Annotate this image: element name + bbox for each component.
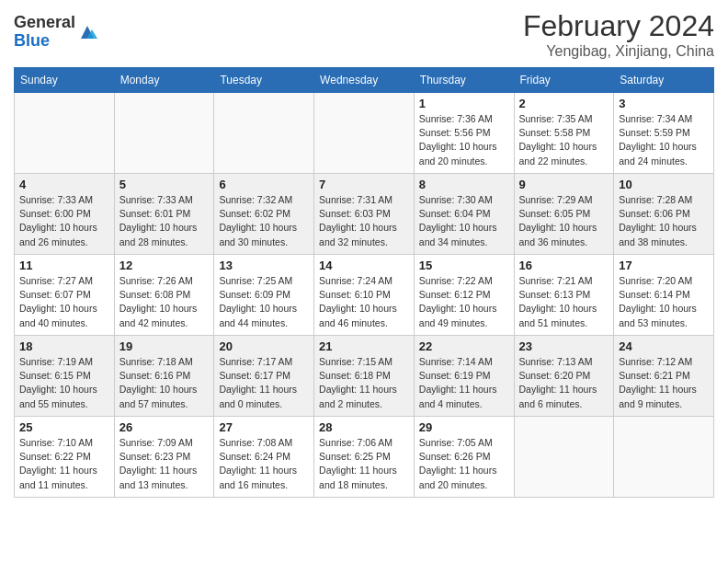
logo: General Blue: [14, 14, 97, 51]
calendar-header: SundayMondayTuesdayWednesdayThursdayFrid…: [15, 68, 714, 93]
week-row-1: 1Sunrise: 7:36 AMSunset: 5:56 PMDaylight…: [15, 93, 714, 174]
day-info: Sunrise: 7:33 AMSunset: 6:00 PMDaylight:…: [19, 193, 109, 249]
header-day-wednesday: Wednesday: [314, 68, 415, 93]
calendar-cell: 2Sunrise: 7:35 AMSunset: 5:58 PMDaylight…: [514, 93, 614, 174]
day-info: Sunrise: 7:12 AMSunset: 6:21 PMDaylight:…: [619, 355, 709, 411]
calendar-cell: 12Sunrise: 7:26 AMSunset: 6:08 PMDayligh…: [114, 255, 214, 336]
calendar-cell: 16Sunrise: 7:21 AMSunset: 6:13 PMDayligh…: [514, 255, 614, 336]
day-info: Sunrise: 7:18 AMSunset: 6:16 PMDaylight:…: [119, 355, 210, 411]
day-info: Sunrise: 7:33 AMSunset: 6:01 PMDaylight:…: [119, 193, 210, 249]
location: Yengibag, Xinjiang, China: [523, 43, 714, 60]
calendar-cell: 5Sunrise: 7:33 AMSunset: 6:01 PMDaylight…: [114, 174, 214, 255]
day-info: Sunrise: 7:24 AMSunset: 6:10 PMDaylight:…: [319, 274, 409, 330]
day-number: 18: [19, 339, 109, 353]
day-info: Sunrise: 7:28 AMSunset: 6:06 PMDaylight:…: [619, 193, 709, 249]
calendar-cell: 10Sunrise: 7:28 AMSunset: 6:06 PMDayligh…: [614, 174, 714, 255]
day-number: 14: [319, 259, 409, 272]
day-info: Sunrise: 7:15 AMSunset: 6:18 PMDaylight:…: [319, 355, 409, 411]
calendar-cell: 22Sunrise: 7:14 AMSunset: 6:19 PMDayligh…: [414, 336, 514, 417]
header-day-thursday: Thursday: [414, 68, 514, 93]
header-day-sunday: Sunday: [15, 68, 115, 93]
calendar-cell: 15Sunrise: 7:22 AMSunset: 6:12 PMDayligh…: [414, 255, 514, 336]
calendar-cell: 4Sunrise: 7:33 AMSunset: 6:00 PMDaylight…: [15, 174, 115, 255]
day-number: 6: [219, 178, 309, 191]
calendar-cell: 9Sunrise: 7:29 AMSunset: 6:05 PMDaylight…: [514, 174, 614, 255]
day-info: Sunrise: 7:21 AMSunset: 6:13 PMDaylight:…: [519, 274, 609, 330]
calendar-cell: 17Sunrise: 7:20 AMSunset: 6:14 PMDayligh…: [614, 255, 714, 336]
calendar-cell: [614, 417, 714, 498]
calendar-cell: 8Sunrise: 7:30 AMSunset: 6:04 PMDaylight…: [414, 174, 514, 255]
day-info: Sunrise: 7:32 AMSunset: 6:02 PMDaylight:…: [219, 193, 309, 249]
day-number: 20: [219, 339, 309, 353]
day-info: Sunrise: 7:31 AMSunset: 6:03 PMDaylight:…: [319, 193, 409, 249]
day-number: 24: [619, 339, 709, 353]
page-header: General Blue February 2024 Yengibag, Xin…: [14, 9, 714, 60]
day-info: Sunrise: 7:35 AMSunset: 5:58 PMDaylight:…: [519, 112, 609, 168]
day-info: Sunrise: 7:34 AMSunset: 5:59 PMDaylight:…: [619, 112, 709, 168]
day-number: 3: [619, 97, 709, 110]
day-number: 27: [219, 420, 309, 434]
logo-general: General: [14, 13, 75, 31]
calendar-cell: 1Sunrise: 7:36 AMSunset: 5:56 PMDaylight…: [414, 93, 514, 174]
day-number: 11: [19, 259, 109, 272]
logo-blue: Blue: [14, 31, 50, 50]
day-number: 19: [119, 339, 210, 353]
calendar-cell: [214, 93, 314, 174]
calendar-cell: 19Sunrise: 7:18 AMSunset: 6:16 PMDayligh…: [114, 336, 214, 417]
day-info: Sunrise: 7:13 AMSunset: 6:20 PMDaylight:…: [519, 355, 609, 411]
title-block: February 2024 Yengibag, Xinjiang, China: [523, 9, 714, 60]
day-info: Sunrise: 7:08 AMSunset: 6:24 PMDaylight:…: [219, 436, 309, 492]
header-day-tuesday: Tuesday: [214, 68, 314, 93]
day-number: 5: [119, 178, 210, 191]
day-number: 12: [119, 259, 210, 272]
day-info: Sunrise: 7:22 AMSunset: 6:12 PMDaylight:…: [419, 274, 509, 330]
calendar-cell: 14Sunrise: 7:24 AMSunset: 6:10 PMDayligh…: [314, 255, 415, 336]
day-number: 26: [119, 420, 210, 434]
day-number: 22: [419, 339, 509, 353]
calendar-cell: [514, 417, 614, 498]
day-number: 7: [319, 178, 409, 191]
header-day-saturday: Saturday: [614, 68, 714, 93]
day-number: 21: [319, 339, 409, 353]
header-day-friday: Friday: [514, 68, 614, 93]
day-number: 8: [419, 178, 509, 191]
day-info: Sunrise: 7:05 AMSunset: 6:26 PMDaylight:…: [419, 436, 509, 492]
day-info: Sunrise: 7:14 AMSunset: 6:19 PMDaylight:…: [419, 355, 509, 411]
logo-icon: [77, 22, 97, 42]
month-year: February 2024: [523, 9, 714, 43]
day-info: Sunrise: 7:19 AMSunset: 6:15 PMDaylight:…: [19, 355, 109, 411]
calendar-cell: 13Sunrise: 7:25 AMSunset: 6:09 PMDayligh…: [214, 255, 314, 336]
day-number: 23: [519, 339, 609, 353]
day-info: Sunrise: 7:25 AMSunset: 6:09 PMDaylight:…: [219, 274, 309, 330]
week-row-4: 18Sunrise: 7:19 AMSunset: 6:15 PMDayligh…: [15, 336, 714, 417]
day-number: 4: [19, 178, 109, 191]
calendar-cell: 11Sunrise: 7:27 AMSunset: 6:07 PMDayligh…: [15, 255, 115, 336]
calendar-cell: 26Sunrise: 7:09 AMSunset: 6:23 PMDayligh…: [114, 417, 214, 498]
day-number: 29: [419, 420, 509, 434]
calendar-body: 1Sunrise: 7:36 AMSunset: 5:56 PMDaylight…: [15, 93, 714, 498]
day-number: 1: [419, 97, 509, 110]
calendar-cell: 24Sunrise: 7:12 AMSunset: 6:21 PMDayligh…: [614, 336, 714, 417]
calendar-cell: 7Sunrise: 7:31 AMSunset: 6:03 PMDaylight…: [314, 174, 415, 255]
week-row-5: 25Sunrise: 7:10 AMSunset: 6:22 PMDayligh…: [15, 417, 714, 498]
calendar-cell: 25Sunrise: 7:10 AMSunset: 6:22 PMDayligh…: [15, 417, 115, 498]
calendar-cell: 23Sunrise: 7:13 AMSunset: 6:20 PMDayligh…: [514, 336, 614, 417]
day-info: Sunrise: 7:26 AMSunset: 6:08 PMDaylight:…: [119, 274, 210, 330]
day-info: Sunrise: 7:17 AMSunset: 6:17 PMDaylight:…: [219, 355, 309, 411]
calendar-cell: 21Sunrise: 7:15 AMSunset: 6:18 PMDayligh…: [314, 336, 415, 417]
day-info: Sunrise: 7:10 AMSunset: 6:22 PMDaylight:…: [19, 436, 109, 492]
day-number: 13: [219, 259, 309, 272]
header-day-monday: Monday: [114, 68, 214, 93]
day-number: 10: [619, 178, 709, 191]
day-number: 16: [519, 259, 609, 272]
calendar-cell: 3Sunrise: 7:34 AMSunset: 5:59 PMDaylight…: [614, 93, 714, 174]
day-number: 9: [519, 178, 609, 191]
day-number: 2: [519, 97, 609, 110]
calendar-table: SundayMondayTuesdayWednesdayThursdayFrid…: [14, 67, 714, 498]
day-number: 28: [319, 420, 409, 434]
day-info: Sunrise: 7:29 AMSunset: 6:05 PMDaylight:…: [519, 193, 609, 249]
day-number: 17: [619, 259, 709, 272]
day-info: Sunrise: 7:30 AMSunset: 6:04 PMDaylight:…: [419, 193, 509, 249]
calendar-cell: 28Sunrise: 7:06 AMSunset: 6:25 PMDayligh…: [314, 417, 415, 498]
day-number: 15: [419, 259, 509, 272]
